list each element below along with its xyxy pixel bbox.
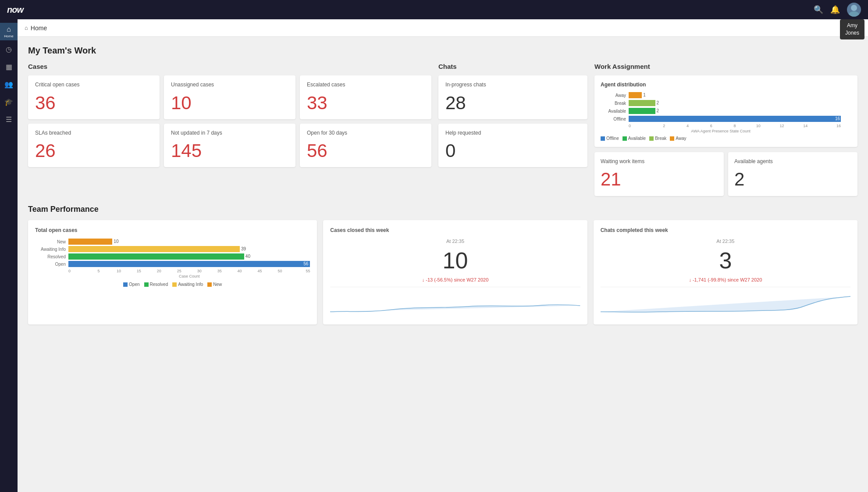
open-30-label: Open for 30 days xyxy=(307,130,424,137)
escalated-label: Escalated cases xyxy=(307,82,424,89)
open-chart-axis: 0 5 10 15 20 25 30 35 40 45 50 55 xyxy=(68,269,310,273)
bar-break-label: 2 xyxy=(657,100,659,105)
main-content: My Team's Work Cases Critical open cases… xyxy=(18,37,868,492)
legend-offline-color xyxy=(601,136,605,141)
calendar-icon: ▦ xyxy=(6,63,12,71)
critical-open-value: 36 xyxy=(35,94,153,112)
agent-dist-title: Agent distribution xyxy=(601,82,851,88)
bar-offline xyxy=(629,116,841,122)
home-icon: ⌂ xyxy=(7,25,11,33)
chats-completed-card: Chats completed this week At 22:35 3 ↓ -… xyxy=(594,220,857,324)
stat-card-inprogress-chats[interactable]: In-progress chats 28 xyxy=(438,75,587,119)
cases-closed-card: Cases closed this week At 22:35 10 ↓ -13… xyxy=(323,220,587,324)
chats-completed-change: ↓ -1,741 (-99.8%) since W27 2020 xyxy=(601,277,850,282)
legend-break: Break xyxy=(649,136,666,141)
svg-point-1 xyxy=(849,11,859,17)
sidebar-item-calendar[interactable]: ▦ xyxy=(0,58,18,75)
stat-card-help-requested[interactable]: Help requested 0 xyxy=(438,124,587,168)
agent-distribution-card: Agent distribution Away 1 Break xyxy=(594,75,857,147)
svg-point-0 xyxy=(851,5,857,11)
bar-away-label: 1 xyxy=(643,93,646,97)
waiting-available-row: Waiting work items 21 Available agents 2 xyxy=(594,152,857,196)
open-chart-legend: Open Resolved Awaiting Info New xyxy=(35,282,310,287)
legend-awaiting-info: Awaiting Info xyxy=(172,282,203,287)
avatar[interactable] xyxy=(847,3,861,17)
chart-bar-offline: Offline 16 xyxy=(601,116,841,122)
legend-offline-label: Offline xyxy=(606,136,619,141)
user-tooltip: Amy Jones xyxy=(840,19,864,39)
available-agents-value: 2 xyxy=(734,169,851,190)
chats-section: Chats In-progress chats 28 Help requeste… xyxy=(438,63,587,167)
agent-dist-chart: Away 1 Break 2 Availab xyxy=(601,92,851,141)
bar-new xyxy=(68,239,112,245)
chart-bar-available: Available 2 xyxy=(601,108,841,114)
bar-away xyxy=(629,92,642,98)
legend-available: Available xyxy=(623,136,646,141)
legend-available-color xyxy=(623,136,627,141)
breadcrumb-bar: ⌂ Home xyxy=(18,19,868,37)
total-open-cases-card: Total open cases New 10 Awaiting Info xyxy=(28,220,317,324)
chats-completed-sparkline xyxy=(601,287,850,317)
chart-legend: Offline Available Break Away xyxy=(601,136,841,141)
waiting-value: 21 xyxy=(601,169,718,190)
chart-x-label: AWA Agent Presence State Count xyxy=(601,129,841,133)
bar-available xyxy=(629,108,655,114)
cases-closed-title: Cases closed this week xyxy=(330,227,580,233)
total-open-cases-title: Total open cases xyxy=(35,227,310,233)
graduation-icon: 🎓 xyxy=(4,98,13,106)
help-requested-label: Help requested xyxy=(445,130,580,137)
legend-open: Open xyxy=(123,282,139,287)
perf-cards-row: Total open cases New 10 Awaiting Info xyxy=(28,220,857,324)
open-bar-awaiting: Awaiting Info 39 xyxy=(35,246,310,252)
clock-icon: ◷ xyxy=(6,45,12,53)
chats-completed-timestamp: At 22:35 xyxy=(601,239,850,244)
legend-offline: Offline xyxy=(601,136,619,141)
chart-x-axis: 0 2 4 6 8 10 12 14 16 xyxy=(629,124,841,128)
app-logo: now xyxy=(7,4,23,15)
sidebar-item-menu[interactable]: ☰ xyxy=(0,111,18,128)
people-icon: 👥 xyxy=(4,80,13,89)
stat-card-open-30[interactable]: Open for 30 days 56 xyxy=(300,124,431,168)
sidebar-label-home: Home xyxy=(4,34,13,38)
bar-resolved xyxy=(68,253,244,260)
legend-away: Away xyxy=(670,136,686,141)
chats-completed-value: 3 xyxy=(601,247,850,274)
chats-section-title: Chats xyxy=(438,63,587,70)
stat-card-escalated[interactable]: Escalated cases 33 xyxy=(300,75,431,119)
legend-away-label: Away xyxy=(676,136,686,141)
work-assignment-section: Work Assignment Agent distribution Away … xyxy=(594,63,857,196)
waiting-work-items-card[interactable]: Waiting work items 21 xyxy=(594,152,724,196)
sidebar-item-people[interactable]: 👥 xyxy=(0,75,18,93)
sidebar-item-home[interactable]: ⌂ Home xyxy=(0,23,18,40)
bar-awaiting xyxy=(68,246,240,252)
stat-card-critical-open[interactable]: Critical open cases 36 xyxy=(28,75,160,119)
open-chart-xlabel: Case Count xyxy=(68,274,310,278)
breadcrumb-home-icon: ⌂ xyxy=(25,25,28,31)
escalated-value: 33 xyxy=(307,94,424,112)
legend-break-label: Break xyxy=(655,136,666,141)
sidebar-item-graduation[interactable]: 🎓 xyxy=(0,93,18,111)
cases-closed-value: 10 xyxy=(330,247,580,274)
work-assignment-title: Work Assignment xyxy=(594,63,857,70)
sidebar-item-clock[interactable]: ◷ xyxy=(0,40,18,58)
chats-completed-title: Chats completed this week xyxy=(601,227,850,233)
bell-icon[interactable]: 🔔 xyxy=(830,5,840,14)
help-requested-value: 0 xyxy=(445,142,580,160)
bar-open xyxy=(68,261,310,267)
open-bar-resolved: Resolved 40 xyxy=(35,253,310,260)
stat-card-unassigned[interactable]: Unassigned cases 10 xyxy=(164,75,295,119)
waiting-label: Waiting work items xyxy=(601,158,718,164)
open-30-value: 56 xyxy=(307,142,424,160)
search-icon[interactable]: 🔍 xyxy=(814,5,823,14)
cases-closed-sparkline xyxy=(330,287,580,317)
sla-label: SLAs breached xyxy=(35,130,153,137)
sla-value: 26 xyxy=(35,142,153,160)
menu-icon: ☰ xyxy=(6,115,12,124)
sidebar: ⌂ Home ◷ ▦ 👥 🎓 ☰ xyxy=(0,19,18,492)
unassigned-label: Unassigned cases xyxy=(171,82,288,89)
stat-card-sla-breached[interactable]: SLAs breached 26 xyxy=(28,124,160,168)
bar-break xyxy=(629,100,655,106)
stat-card-not-updated[interactable]: Not updated in 7 days 145 xyxy=(164,124,295,168)
available-agents-card[interactable]: Available agents 2 xyxy=(728,152,857,196)
team-perf-title: Team Performance xyxy=(28,205,857,214)
